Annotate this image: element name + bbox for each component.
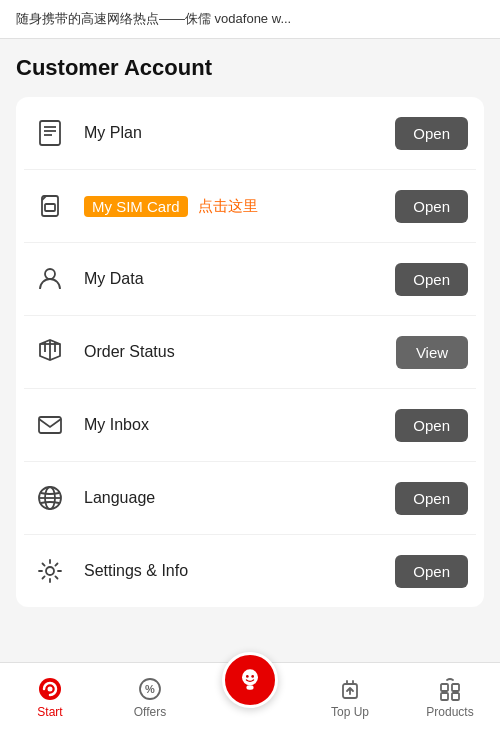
nav-item-start[interactable]: Start [0,663,100,732]
menu-item-language: Language Open [24,462,476,535]
svg-rect-26 [452,693,459,700]
svg-rect-23 [441,684,448,691]
my-plan-icon [32,115,68,151]
nav-item-offers[interactable]: % Offers [100,663,200,732]
svg-point-6 [45,269,55,279]
menu-item-my-plan: My Plan Open [24,97,476,170]
order-status-label: Order Status [84,343,380,361]
home-center-icon [222,652,278,708]
svg-point-19 [246,675,249,678]
my-sim-card-button[interactable]: Open [395,190,468,223]
my-inbox-button[interactable]: Open [395,409,468,442]
svg-rect-0 [40,121,60,145]
bottom-nav: Start % Offers [0,662,500,732]
my-plan-button[interactable]: Open [395,117,468,150]
start-label: Start [37,705,62,719]
settings-info-label: Settings & Info [84,562,379,580]
menu-item-my-inbox: My Inbox Open [24,389,476,462]
settings-icon [32,553,68,589]
svg-rect-9 [39,417,61,433]
my-plan-label: My Plan [84,124,379,142]
settings-info-button[interactable]: Open [395,555,468,588]
svg-rect-21 [246,685,253,689]
main-content: Customer Account My Plan Open [0,39,500,653]
menu-item-settings-info: Settings & Info Open [24,535,476,607]
products-label: Products [426,705,473,719]
svg-rect-5 [45,204,55,211]
offers-label: Offers [134,705,166,719]
order-status-button[interactable]: View [396,336,468,369]
nav-item-topup[interactable]: Top Up [300,663,400,732]
top-bar-text: 随身携带的高速网络热点——侏儒 vodafone w... [16,11,291,26]
section-title: Customer Account [16,55,484,81]
nav-item-home[interactable] [200,647,300,716]
offers-icon: % [137,676,163,702]
svg-rect-24 [452,684,459,691]
language-button[interactable]: Open [395,482,468,515]
topup-label: Top Up [331,705,369,719]
svg-point-15 [48,687,53,692]
top-bar: 随身携带的高速网络热点——侏儒 vodafone w... [0,0,500,39]
nav-item-products[interactable]: Products [400,663,500,732]
menu-item-order-status: Order Status View [24,316,476,389]
products-icon [437,676,463,702]
my-sim-card-label: My SIM Card 点击这里 [84,196,379,217]
svg-point-13 [46,567,54,575]
menu-item-my-data: My Data Open [24,243,476,316]
language-label: Language [84,489,379,507]
order-status-icon [32,334,68,370]
my-inbox-icon [32,407,68,443]
svg-point-18 [242,669,258,685]
my-data-icon [32,261,68,297]
my-data-button[interactable]: Open [395,263,468,296]
customer-account-card: My Plan Open My SIM Card 点击这里 Open [16,97,484,607]
svg-point-20 [251,675,254,678]
svg-text:%: % [145,683,155,695]
menu-item-my-sim-card: My SIM Card 点击这里 Open [24,170,476,243]
my-inbox-label: My Inbox [84,416,379,434]
my-data-label: My Data [84,270,379,288]
topup-icon [337,676,363,702]
language-icon [32,480,68,516]
svg-rect-25 [441,693,448,700]
start-icon [37,676,63,702]
sim-card-icon [32,188,68,224]
